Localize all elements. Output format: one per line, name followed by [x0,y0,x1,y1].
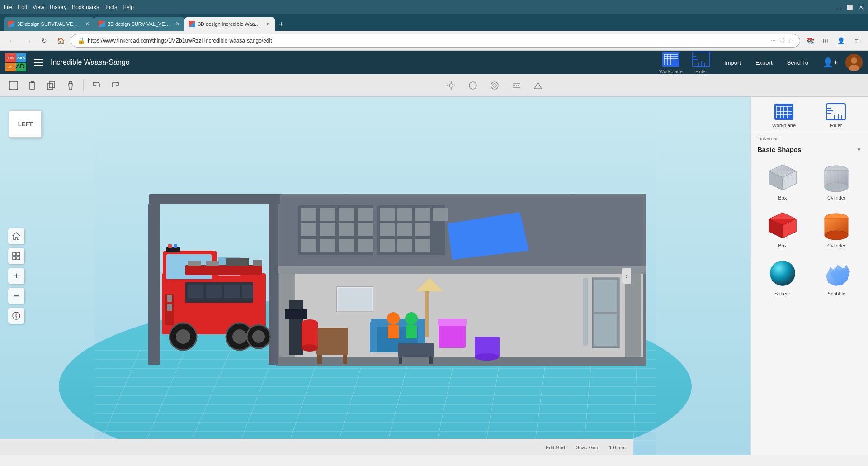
panel-collapse-button[interactable]: › [622,268,631,284]
tinkercad-label: Tinkercad [757,136,779,141]
svg-rect-91 [397,239,412,252]
panel-workplane-button[interactable]: Workplane [772,102,796,128]
shape-scribble[interactable]: Scribble [811,255,862,299]
shield-icon[interactable]: 🛡 [779,38,785,44]
tab-1[interactable]: 3D design SURVIVAL VEHICLE... ✕ [4,17,94,31]
align-tool[interactable] [508,77,524,94]
category-dropdown[interactable]: ▼ [856,147,862,153]
browser-toolbar-right: 📚 ⊞ 👤 ≡ [804,34,863,47]
menu-edit[interactable]: Edit [18,4,27,10]
export-button[interactable]: Export [749,57,779,69]
panel-ruler-button[interactable]: Ruler [825,102,847,128]
sendto-button[interactable]: Send To [781,57,815,69]
menu-help[interactable]: Help [123,4,134,10]
right-panel: Workplane Ruler Ti [750,97,868,455]
close-button[interactable]: ✕ [857,4,864,11]
tab-bar: 3D design SURVIVAL VEHICLE... ✕ 3D desig… [0,14,868,31]
import-button[interactable]: Import [718,57,747,69]
zoom-out-button[interactable]: − [8,288,24,304]
account-icon[interactable]: 👤 [835,34,847,47]
tab-1-close[interactable]: ✕ [85,21,90,27]
bookmark-icon[interactable]: ☆ [788,38,793,44]
svg-point-110 [387,312,400,325]
svg-rect-88 [397,223,412,236]
compass-button[interactable] [8,308,24,324]
shape-box-red[interactable]: Box [757,207,808,251]
shapes-grid: Box [751,157,868,304]
menu-file[interactable]: File [4,4,12,10]
nav-back-button[interactable]: ← [5,34,18,47]
paste-button[interactable] [24,77,41,94]
svg-point-117 [475,353,499,361]
maximize-button[interactable]: ⬜ [846,4,854,11]
category-name: Basic Shapes [757,146,854,153]
viewport[interactable]: LEFT [0,97,750,455]
home-view-button[interactable] [8,228,24,244]
menu-view[interactable]: View [33,4,44,10]
svg-rect-166 [776,106,777,118]
edit-grid-label[interactable]: Edit Grid [546,445,565,450]
menu-bookmarks[interactable]: Bookmarks [72,4,99,10]
svg-rect-157 [17,257,20,260]
add-person-button[interactable]: 👤+ [822,54,838,71]
tab-2-title: 3D design SURVIVAL_VEHICLE... [108,21,171,27]
workplane-icon [661,51,680,67]
more-icon[interactable]: ⋯ [770,38,776,44]
svg-rect-23 [69,81,72,84]
svg-point-201 [825,231,848,240]
svg-rect-90 [380,239,395,252]
ring-tool[interactable] [486,77,503,94]
new-shape-button[interactable] [5,77,22,94]
redo-button[interactable] [107,77,123,94]
undo-button[interactable] [88,77,104,94]
shape-cylinder-grey[interactable]: Cylinder [811,159,862,203]
workplane-button[interactable]: Workplane [659,51,683,74]
ruler-button[interactable]: Ruler [692,51,711,74]
minimize-button[interactable]: — [835,4,843,11]
workplane-ruler-buttons: Workplane Ruler [659,51,711,74]
svg-rect-168 [783,106,784,118]
svg-rect-81 [358,239,373,252]
svg-rect-118 [398,343,434,357]
svg-marker-159 [15,313,17,316]
menu-icon[interactable]: ≡ [850,34,863,47]
zoom-in-button[interactable]: + [8,268,24,284]
menu-history[interactable]: History [50,4,66,10]
shape-cylinder-orange-image [818,209,854,241]
address-bar: ← → ↻ 🏠 🔒 https://www.tinkercad.com/thin… [0,31,868,51]
tab-3[interactable]: 3D design Incredible Waasa-S... ✕ [184,17,275,31]
hamburger-menu-button[interactable] [32,56,45,69]
sync-icon[interactable]: ⊞ [819,34,832,47]
svg-point-142 [252,330,265,343]
address-input[interactable]: 🔒 https://www.tinkercad.com/things/1MZb1… [71,34,800,48]
mirror-tool[interactable] [530,77,546,94]
svg-rect-87 [380,223,395,236]
tab-2[interactable]: 3D design SURVIVAL_VEHICLE... ✕ [94,17,184,31]
toolbar-separator-1 [83,79,84,92]
menu-tools[interactable]: Tools [104,4,117,10]
shape-sphere-teal[interactable]: Sphere [757,255,808,299]
duplicate-button[interactable] [43,77,60,94]
library-icon[interactable]: 📚 [804,34,816,47]
nav-forward-button[interactable]: → [22,34,34,47]
tab-2-close[interactable]: ✕ [175,21,180,27]
svg-rect-111 [388,325,399,338]
svg-rect-134 [206,261,219,266]
toolbar [0,74,868,97]
shape-cylinder-orange[interactable]: Cylinder [811,207,862,251]
zoom-fit-button[interactable] [8,248,24,264]
nav-refresh-button[interactable]: ↻ [38,34,51,47]
light-tool[interactable] [443,77,459,94]
tab-3-close[interactable]: ✕ [266,21,270,27]
shape-box-grey[interactable]: Box [757,159,808,203]
svg-rect-122 [594,280,617,312]
delete-button[interactable] [62,77,79,94]
action-buttons: Import Export Send To [718,57,815,69]
tinkercad-logo[interactable]: TIN KER C AD [5,53,26,71]
nav-home-button[interactable]: 🏠 [54,34,67,47]
svg-point-30 [491,82,498,89]
user-avatar[interactable] [845,54,863,71]
new-tab-button[interactable]: + [275,18,288,31]
tab-2-favicon [99,21,105,27]
circle-tool[interactable] [465,77,481,94]
